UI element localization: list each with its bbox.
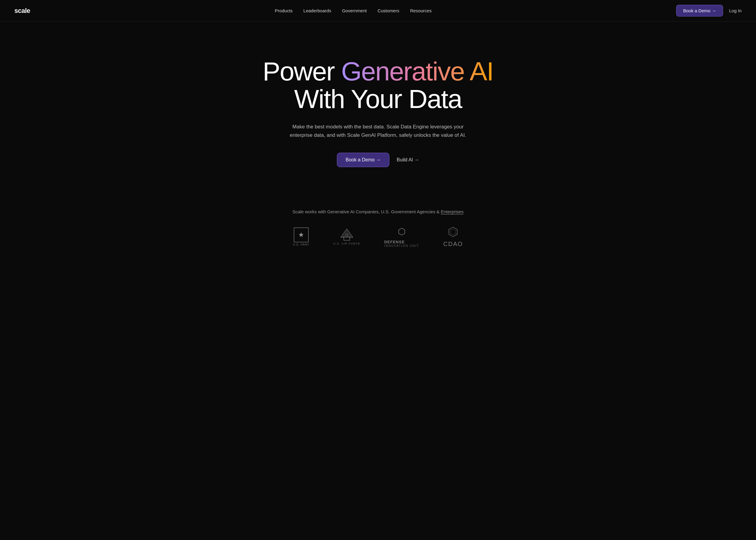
- logo[interactable]: scale: [14, 7, 30, 15]
- airforce-text: U.S. AIR FORCE: [333, 242, 360, 245]
- cdao-text: CDAO: [443, 241, 463, 247]
- nav-book-demo-button[interactable]: Book a Demo →: [676, 5, 723, 17]
- hero-title: Power Generative AI With Your Data: [263, 58, 493, 113]
- army-text: U.S. ARMY: [293, 243, 310, 246]
- army-star-icon: ★: [298, 231, 304, 239]
- partners-label-prefix: Scale works with Generative AI Companies…: [293, 209, 441, 214]
- partners-label: Scale works with Generative AI Companies…: [293, 209, 463, 214]
- nav-leaderboards[interactable]: Leaderboards: [303, 8, 331, 13]
- diu-icon: ⬡: [398, 226, 406, 237]
- partner-us-army: ★ U.S. ARMY: [293, 227, 310, 246]
- nav-actions: Book a Demo → Log In: [676, 5, 742, 17]
- hero-title-part2: With Your Data: [294, 84, 462, 114]
- diu-main-text: DEFENSE: [384, 240, 420, 244]
- hero-title-part1: Power: [263, 57, 341, 86]
- partners-logos: ★ U.S. ARMY U.S. AIR FORCE ⬡ DEFENSE INN…: [213, 226, 543, 247]
- diu-text-block: DEFENSE INNOVATION UNIT: [384, 240, 420, 247]
- partner-diu: ⬡ DEFENSE INNOVATION UNIT: [384, 226, 420, 247]
- nav-resources[interactable]: Resources: [410, 8, 432, 13]
- hero-subtitle: Make the best models with the best data.…: [285, 123, 471, 140]
- nav-customers[interactable]: Customers: [377, 8, 399, 13]
- partners-section: Scale works with Generative AI Companies…: [0, 191, 756, 259]
- hero-title-gradient: Generative AI: [341, 57, 493, 86]
- airforce-emblem-icon: [339, 228, 355, 241]
- nav-government[interactable]: Government: [342, 8, 367, 13]
- hero-build-ai-button[interactable]: Build AI →: [397, 157, 419, 163]
- diu-sub-text: INNOVATION UNIT: [384, 244, 420, 247]
- hero-book-demo-button[interactable]: Book a Demo →: [337, 153, 389, 167]
- navbar: scale Products Leaderboards Government C…: [0, 0, 756, 22]
- partner-us-air-force: U.S. AIR FORCE: [333, 228, 360, 245]
- nav-login-button[interactable]: Log In: [729, 8, 742, 13]
- cdao-hex-icon: [447, 226, 459, 238]
- hero-section: Power Generative AI With Your Data Make …: [0, 22, 756, 191]
- hero-actions: Book a Demo → Build AI →: [337, 153, 419, 167]
- army-emblem: ★: [294, 227, 309, 242]
- partners-label-link[interactable]: Enterprises: [441, 209, 463, 214]
- nav-products[interactable]: Products: [275, 8, 293, 13]
- partner-cdao: CDAO: [443, 226, 463, 247]
